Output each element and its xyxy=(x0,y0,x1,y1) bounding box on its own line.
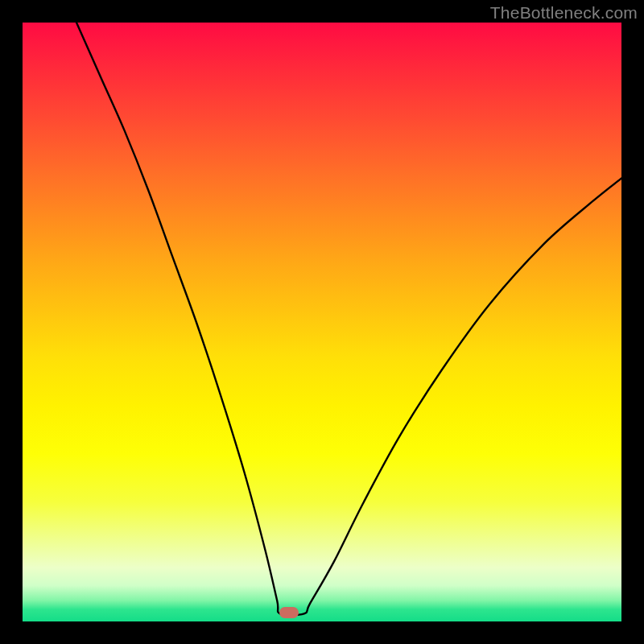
bottleneck-curve xyxy=(23,23,621,621)
optimum-marker xyxy=(279,607,299,618)
chart-frame: TheBottleneck.com xyxy=(0,0,644,644)
watermark-text: TheBottleneck.com xyxy=(490,3,638,23)
plot-area xyxy=(23,23,621,621)
